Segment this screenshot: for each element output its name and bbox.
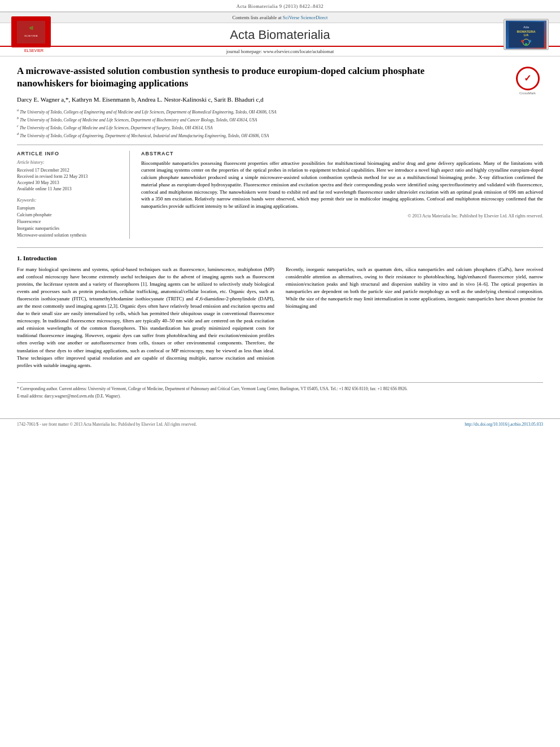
intro-col2-text: Recently, inorganic nanoparticles, such … xyxy=(286,266,543,310)
elsevier-logo-image: 🌿 ELSEVIER xyxy=(11,16,51,47)
affiliation-a: a The University of Toledo, Colleges of … xyxy=(17,108,543,115)
homepage-bar: journal homepage: www.elsevier.com/locat… xyxy=(0,47,560,56)
body-col-left: For many biological specimens and system… xyxy=(17,266,274,373)
revised-date: Received in revised form 22 May 2013 xyxy=(17,173,121,180)
body-content: 1. Introduction For many biological spec… xyxy=(17,247,543,373)
journal-citation: Acta Biomaterialia 9 (2013) 8422–8432 xyxy=(11,3,549,9)
intro-para-1: For many biological specimens and system… xyxy=(17,266,274,369)
crossmark-badge[interactable]: ✓ CrossMark xyxy=(512,65,543,96)
journal-header: Acta Biomaterialia 9 (2013) 8422–8432 xyxy=(0,0,560,12)
accepted-date: Accepted 30 May 2013 xyxy=(17,180,121,186)
keyword-3: Fluorescence xyxy=(17,219,121,225)
acta-biomaterialia-logo: Acta BIOMATERIA LIA xyxy=(508,21,545,47)
footnote-area: * Corresponding author. Current address:… xyxy=(17,382,543,400)
svg-point-10 xyxy=(524,43,527,46)
abstract-heading: ABSTRACT xyxy=(141,151,543,156)
sciverse-bar: Contents lists available at SciVerse Sci… xyxy=(0,12,560,23)
article-info-heading: ARTICLE INFO xyxy=(17,151,121,156)
sciverse-text: Contents lists available at xyxy=(233,15,282,20)
svg-text:BIOMATERIA: BIOMATERIA xyxy=(517,29,535,33)
affiliations: a The University of Toledo, Colleges of … xyxy=(17,108,543,139)
keyword-2: Calcium phosphate xyxy=(17,212,121,219)
article-title: A microwave-assisted solution combustion… xyxy=(17,65,501,90)
keyword-5: Microwave-assisted solution synthesis xyxy=(17,232,121,239)
article-info-abstract: ARTICLE INFO Article history: Received 1… xyxy=(17,145,543,239)
authors-text: Darcy E. Wagner a,*, Kathryn M. Eisenman… xyxy=(17,96,264,103)
body-two-col: For many biological specimens and system… xyxy=(17,266,543,373)
keywords-section: Keywords: Europium Calcium phosphate Flu… xyxy=(17,198,121,239)
intro-col1-text: For many biological specimens and system… xyxy=(17,266,274,369)
svg-text:LIA: LIA xyxy=(523,33,528,37)
corresponding-author-note: * Corresponding author. Current address:… xyxy=(17,386,543,392)
abstract-copyright: © 2013 Acta Materialia Inc. Published by… xyxy=(141,213,543,219)
crossmark-label: CrossMark xyxy=(519,91,536,95)
homepage-text: journal homepage: www.elsevier.com/locat… xyxy=(226,49,334,54)
intro-section-title: 1. Introduction xyxy=(17,255,543,261)
journal-main-title: Acta Biomaterialia xyxy=(230,28,330,42)
article-info-col: ARTICLE INFO Article history: Received 1… xyxy=(17,151,130,239)
abstract-col: ABSTRACT Biocompatible nanoparticles pos… xyxy=(141,151,543,239)
svg-text:Acta: Acta xyxy=(523,26,529,29)
issn-text: 1742-7061/$ - see front matter © 2013 Ac… xyxy=(17,422,196,427)
bottom-bar: 1742-7061/$ - see front matter © 2013 Ac… xyxy=(0,418,560,427)
intro-para-col2-1: Recently, inorganic nanoparticles, such … xyxy=(286,266,543,310)
keyword-4: Inorganic nanoparticles xyxy=(17,225,121,232)
journal-logo-right: Acta BIOMATERIA LIA xyxy=(504,19,549,50)
svg-rect-0 xyxy=(17,21,45,43)
affiliation-c: c The University of Toledo, College of M… xyxy=(17,124,543,131)
crossmark-cross: ✓ xyxy=(524,73,531,84)
email-note: E-mail address: darcy.wagner@med.uvm.edu… xyxy=(17,394,543,400)
history-label: Article history: xyxy=(17,160,121,165)
doi-text: http://dx.doi.org/10.1016/j.actbio.2013.… xyxy=(465,422,543,427)
affiliation-b: b The University of Toledo, College of M… xyxy=(17,116,543,123)
svg-point-8 xyxy=(520,40,523,42)
received-date: Received 17 December 2012 xyxy=(17,167,121,173)
available-date: Available online 11 June 2013 xyxy=(17,186,121,192)
svg-text:ELSEVIER: ELSEVIER xyxy=(24,34,38,37)
keyword-1: Europium xyxy=(17,205,121,212)
crossmark-circle: ✓ xyxy=(516,67,540,90)
elsevier-emblem: 🌿 ELSEVIER xyxy=(17,21,45,43)
keywords-label: Keywords: xyxy=(17,198,121,203)
authors: Darcy E. Wagner a,*, Kathryn M. Eisenman… xyxy=(17,95,543,104)
body-col-right: Recently, inorganic nanoparticles, such … xyxy=(286,266,543,373)
abstract-text: Biocompatible nanoparticles possessing f… xyxy=(141,160,543,210)
elsevier-logo: 🌿 ELSEVIER ELSEVIER xyxy=(11,16,56,53)
affiliation-d: d The University of Toledo, College of E… xyxy=(17,132,543,139)
journal-title-area: 🌿 ELSEVIER ELSEVIER Acta Biomaterialia A… xyxy=(0,23,560,47)
main-content: A microwave-assisted solution combustion… xyxy=(0,56,560,410)
sciverse-link[interactable]: SciVerse ScienceDirect xyxy=(283,15,328,20)
journal-logo-inner: Acta BIOMATERIA LIA xyxy=(506,20,546,49)
svg-text:🌿: 🌿 xyxy=(29,26,34,30)
elsevier-label: ELSEVIER xyxy=(11,49,56,53)
svg-point-9 xyxy=(528,40,531,42)
doi-link[interactable]: http://dx.doi.org/10.1016/j.actbio.2013.… xyxy=(465,422,543,427)
